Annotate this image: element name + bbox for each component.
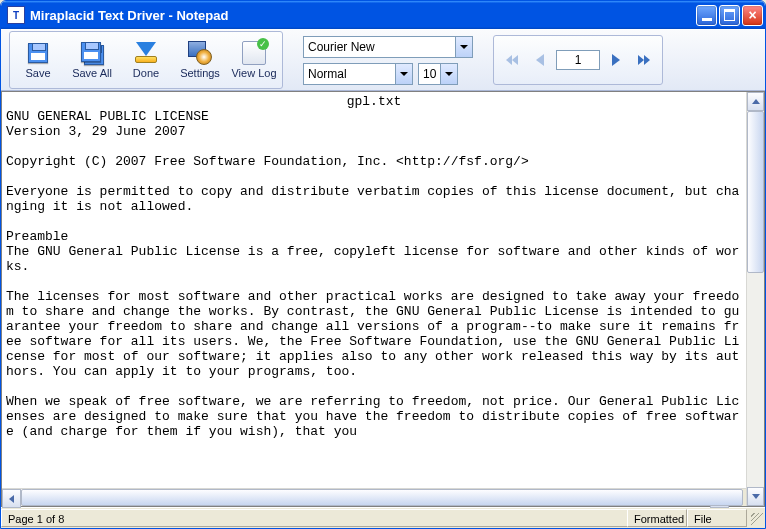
document-viewport[interactable]: gpl.txtGNU GENERAL PUBLIC LICENSE Versio… xyxy=(2,92,746,488)
last-page-icon xyxy=(638,55,650,65)
settings-label: Settings xyxy=(180,67,220,79)
save-icon xyxy=(26,41,50,65)
title-bar[interactable]: T Miraplacid Text Driver - Notepad × xyxy=(1,1,765,29)
dropdown-button[interactable] xyxy=(395,64,412,84)
chevron-down-icon xyxy=(460,45,468,49)
chevron-down-icon xyxy=(400,72,408,76)
status-formatted: Formatted xyxy=(627,509,687,527)
font-style-value: Normal xyxy=(308,67,395,81)
scroll-left-button[interactable] xyxy=(2,489,21,508)
maximize-button[interactable] xyxy=(719,5,740,26)
resize-grip[interactable] xyxy=(747,509,765,527)
font-controls: Courier New Normal 10 xyxy=(303,36,473,85)
save-label: Save xyxy=(25,67,50,79)
first-page-button[interactable] xyxy=(500,48,524,72)
first-page-icon xyxy=(506,55,518,65)
font-family-select[interactable]: Courier New xyxy=(303,36,473,58)
done-icon xyxy=(134,41,158,65)
page-number-input[interactable] xyxy=(556,50,600,70)
arrow-down-icon xyxy=(752,494,760,499)
done-button[interactable]: Done xyxy=(120,34,172,86)
page-nav-group xyxy=(493,35,663,85)
document-text[interactable]: gpl.txtGNU GENERAL PUBLIC LICENSE Versio… xyxy=(2,92,746,488)
next-page-button[interactable] xyxy=(604,48,628,72)
dropdown-button[interactable] xyxy=(440,64,457,84)
scroll-up-button[interactable] xyxy=(747,92,764,111)
main-tool-group: Save Save All Done Settings View Log xyxy=(9,31,283,89)
maximize-icon xyxy=(724,9,735,21)
font-size-select[interactable]: 10 xyxy=(418,63,458,85)
save-all-label: Save All xyxy=(72,67,112,79)
horizontal-scrollbar[interactable] xyxy=(2,488,746,506)
font-style-select[interactable]: Normal xyxy=(303,63,413,85)
vertical-scrollbar[interactable] xyxy=(746,92,764,506)
prev-page-button[interactable] xyxy=(528,48,552,72)
next-page-icon xyxy=(612,54,620,66)
font-family-value: Courier New xyxy=(308,40,455,54)
done-label: Done xyxy=(133,67,159,79)
vscroll-track[interactable] xyxy=(747,111,764,487)
status-bar: Page 1 of 8 Formatted File xyxy=(1,507,765,528)
scroll-down-button[interactable] xyxy=(747,487,764,506)
status-file: File xyxy=(687,509,747,527)
arrow-left-icon xyxy=(9,495,14,503)
status-page: Page 1 of 8 xyxy=(1,509,627,527)
prev-page-icon xyxy=(536,54,544,66)
dropdown-button[interactable] xyxy=(455,37,472,57)
vscroll-thumb[interactable] xyxy=(747,111,764,273)
toolbar: Save Save All Done Settings View Log xyxy=(1,29,765,91)
view-log-label: View Log xyxy=(231,67,276,79)
view-log-button[interactable]: View Log xyxy=(228,34,280,86)
minimize-button[interactable] xyxy=(696,5,717,26)
window-title: Miraplacid Text Driver - Notepad xyxy=(30,8,694,23)
document-body: GNU GENERAL PUBLIC LICENSE Version 3, 29… xyxy=(6,109,739,439)
minimize-icon xyxy=(702,18,712,21)
settings-icon xyxy=(188,41,212,65)
font-size-value: 10 xyxy=(423,67,440,81)
chevron-down-icon xyxy=(445,72,453,76)
close-button[interactable]: × xyxy=(742,5,763,26)
last-page-button[interactable] xyxy=(632,48,656,72)
close-icon: × xyxy=(748,8,756,22)
save-button[interactable]: Save xyxy=(12,34,64,86)
document-area: gpl.txtGNU GENERAL PUBLIC LICENSE Versio… xyxy=(1,91,765,507)
settings-button[interactable]: Settings xyxy=(174,34,226,86)
application-window: T Miraplacid Text Driver - Notepad × Sav… xyxy=(0,0,766,529)
view-log-icon xyxy=(242,41,266,65)
hscroll-thumb[interactable] xyxy=(21,489,743,506)
save-all-button[interactable]: Save All xyxy=(66,34,118,86)
document-filename: gpl.txt xyxy=(6,94,742,109)
hscroll-track[interactable] xyxy=(21,489,710,506)
save-all-icon xyxy=(80,41,104,65)
arrow-up-icon xyxy=(752,99,760,104)
app-icon: T xyxy=(7,6,25,24)
